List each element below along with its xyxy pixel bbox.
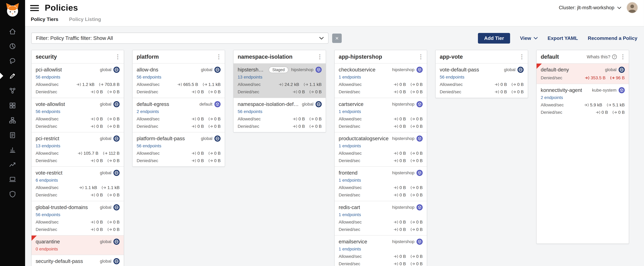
ingress-arrow-icon bbox=[584, 103, 589, 107]
policy-card[interactable]: vote-default-passglobal56 endpointsAllow… bbox=[436, 63, 528, 98]
export-yaml-button[interactable]: Export YAML bbox=[548, 36, 578, 41]
sidebar-item-dashboard[interactable] bbox=[0, 39, 25, 54]
sidebar-item-activity[interactable] bbox=[0, 142, 25, 157]
egress-arrow-icon bbox=[304, 83, 308, 86]
policy-card[interactable]: global-trusted-domainsglobal56 endpoints… bbox=[32, 201, 124, 235]
sidebar-item-policies[interactable] bbox=[0, 68, 25, 83]
endpoints-link[interactable]: 1 endpoints bbox=[338, 109, 361, 114]
namespace-icon bbox=[618, 87, 625, 93]
whats-this-link[interactable]: Whats this?? bbox=[587, 54, 617, 60]
view-dropdown[interactable]: View bbox=[520, 36, 538, 41]
sidebar-item-nodes[interactable] bbox=[0, 83, 25, 98]
endpoints-link[interactable]: 2 endpoints bbox=[541, 95, 563, 100]
egress-arrow-icon bbox=[99, 83, 104, 86]
tab-policy-tiers[interactable]: Policy Tiers bbox=[31, 16, 58, 22]
sidebar-item-network-sets[interactable] bbox=[0, 98, 25, 113]
clear-filter-button[interactable]: × bbox=[332, 34, 342, 43]
endpoints-link[interactable]: 56 endpoints bbox=[440, 75, 464, 80]
traffic-row: Allowed/sec105.7 B112 B bbox=[36, 151, 120, 156]
policy-card[interactable]: konnectivity-agentkube-system2 endpoints… bbox=[536, 84, 629, 118]
endpoints-link[interactable]: 2 endpoints bbox=[137, 109, 159, 114]
tab-policy-listing[interactable]: Policy Listing bbox=[69, 16, 101, 22]
policy-card[interactable]: productcatalogservicehipstershop1 endpoi… bbox=[334, 132, 427, 166]
endpoints-link[interactable]: 6 endpoints bbox=[36, 178, 58, 183]
egress-arrow-icon bbox=[208, 152, 213, 155]
traffic-value-in: 0 B bbox=[91, 192, 103, 198]
endpoints-link[interactable]: 1 endpoints bbox=[338, 212, 361, 217]
egress-arrow-icon bbox=[607, 103, 611, 107]
traffic-label: Allowed/sec bbox=[137, 82, 160, 87]
policy-name: hipstershop-gh... bbox=[238, 67, 266, 73]
policy-card[interactable]: allow-dnsglobal56 endpointsAllowed/sec66… bbox=[132, 63, 225, 98]
policy-card[interactable]: namespace-isolation-default-p...global56… bbox=[234, 98, 326, 132]
policy-card[interactable]: cartservicehipstershop1 endpointsAllowed… bbox=[334, 98, 427, 132]
recommend-policy-button[interactable]: Recommend a Policy bbox=[588, 36, 638, 41]
endpoints-link[interactable]: 1 endpoints bbox=[338, 246, 361, 252]
avatar[interactable] bbox=[627, 2, 638, 13]
tier-menu-icon[interactable]: ⋮ bbox=[519, 54, 525, 60]
policy-card[interactable]: redis-carthipstershop1 endpointsAllowed/… bbox=[334, 201, 427, 235]
endpoints-link[interactable]: 0 endpoints bbox=[36, 246, 58, 252]
policy-name: vote-default-pass bbox=[440, 67, 479, 73]
traffic-label: Denied/sec bbox=[36, 158, 57, 163]
policy-card[interactable]: platform-default-passglobal56 endpointsA… bbox=[132, 132, 225, 166]
endpoints-link[interactable]: 1 endpoints bbox=[338, 144, 361, 148]
policy-card[interactable]: quarantineglobal0 endpoints bbox=[32, 235, 124, 255]
endpoints-link[interactable]: 56 endpoints bbox=[36, 212, 60, 217]
add-tier-button[interactable]: Add Tier bbox=[478, 33, 510, 44]
policy-card[interactable]: vote-allowlistglobal56 endpointsAllowed/… bbox=[32, 98, 124, 132]
ingress-arrow-icon bbox=[394, 90, 398, 94]
traffic-value-out: 0 B bbox=[108, 220, 120, 224]
egress-arrow-icon bbox=[108, 90, 112, 94]
egress-arrow-icon bbox=[310, 124, 314, 128]
policy-name: vote-allowlist bbox=[36, 101, 65, 107]
policy-card[interactable]: pci-allowlistglobal56 endpointsAllowed/s… bbox=[32, 63, 124, 98]
policy-card[interactable]: emailservicehipstershop1 endpointsAllowe… bbox=[334, 235, 427, 266]
endpoints-link[interactable]: 56 endpoints bbox=[137, 144, 161, 148]
policy-name: default-egress bbox=[137, 101, 169, 107]
filter-value: Filter: Policy Traffic filter: Show All bbox=[36, 35, 113, 41]
tier-menu-icon[interactable]: ⋮ bbox=[317, 54, 323, 60]
endpoints-link[interactable]: 56 endpoints bbox=[36, 109, 60, 114]
policy-card[interactable]: security-default-passglobal bbox=[32, 255, 124, 266]
menu-icon[interactable] bbox=[30, 4, 39, 11]
endpoints-link[interactable]: 1 endpoints bbox=[338, 178, 361, 183]
policy-card[interactable]: vote-restrictglobal6 endpointsAllowed/se… bbox=[32, 166, 124, 201]
endpoints-link[interactable]: 1 endpoints bbox=[338, 75, 361, 80]
sidebar-item-home[interactable] bbox=[0, 24, 25, 39]
policy-card[interactable]: default-egressdefault2 endpointsAllowed/… bbox=[132, 98, 225, 132]
sidebar-item-service-graph[interactable] bbox=[0, 54, 25, 68]
tier-menu-icon[interactable]: ⋮ bbox=[620, 54, 626, 60]
tier-default: defaultWhats this??⋮default-denyglobalDe… bbox=[536, 50, 629, 244]
scope-label: global bbox=[100, 239, 112, 244]
traffic-value-in: 0 B bbox=[394, 254, 406, 259]
endpoints-link[interactable]: 13 endpoints bbox=[36, 144, 60, 148]
sidebar-item-compliance[interactable] bbox=[0, 128, 25, 142]
policy-card[interactable]: default-denyglobalDenied/sec353.5 B96 B bbox=[536, 63, 629, 84]
staged-badge: Staged bbox=[269, 67, 288, 73]
endpoints-link[interactable]: 13 endpoints bbox=[238, 75, 262, 80]
policy-card[interactable]: pci-restrictglobal13 endpointsAllowed/se… bbox=[32, 132, 124, 166]
sidebar-item-managed-clusters[interactable] bbox=[0, 113, 25, 128]
ingress-arrow-icon bbox=[91, 90, 95, 94]
endpoints-link[interactable]: 56 endpoints bbox=[36, 75, 60, 80]
policy-card[interactable]: frontendhipstershop1 endpointsAllowed/se… bbox=[334, 166, 427, 201]
sidebar-item-logs[interactable] bbox=[0, 172, 25, 187]
policy-card[interactable]: hipstershop-gh...Stagedhipstershop13 end… bbox=[234, 63, 326, 98]
sidebar-item-threat-defense[interactable] bbox=[0, 187, 25, 202]
policy-name: pci-restrict bbox=[36, 136, 59, 142]
tier-menu-icon[interactable]: ⋮ bbox=[216, 54, 222, 60]
policy-name: allow-dns bbox=[137, 67, 158, 73]
traffic-filter-select[interactable]: Filter: Policy Traffic filter: Show All bbox=[31, 33, 328, 44]
policy-card[interactable]: checkoutservicehipstershop1 endpointsAll… bbox=[334, 63, 427, 98]
cluster-selector[interactable]: Cluster: jlt-msft-workshop bbox=[559, 5, 621, 10]
tier-menu-icon[interactable]: ⋮ bbox=[115, 54, 121, 60]
sidebar-item-alerts[interactable] bbox=[0, 157, 25, 172]
calico-logo[interactable] bbox=[4, 2, 21, 20]
policy-scope: hipstershop bbox=[392, 204, 423, 210]
globe-icon bbox=[214, 67, 220, 73]
traffic-row: Denied/sec0 B0 B bbox=[36, 124, 120, 129]
endpoints-link[interactable]: 56 endpoints bbox=[137, 75, 161, 80]
endpoints-link[interactable]: 56 endpoints bbox=[238, 109, 262, 114]
tier-menu-icon[interactable]: ⋮ bbox=[418, 54, 424, 60]
